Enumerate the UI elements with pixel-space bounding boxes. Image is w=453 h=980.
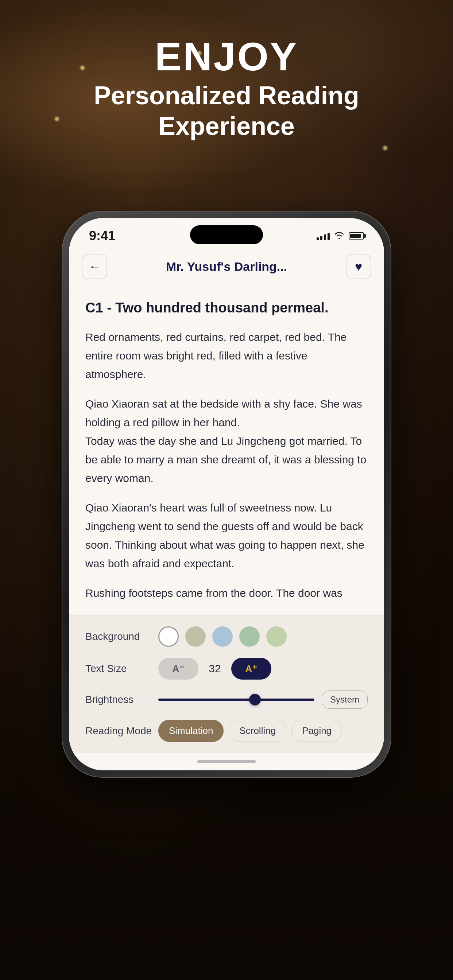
paragraph-3: Qiao Xiaoran's heart was full of sweetne…	[85, 498, 368, 573]
wifi-icon	[334, 231, 344, 242]
phone-bottom	[69, 753, 384, 770]
favorite-button[interactable]: ♥	[346, 254, 371, 279]
hero-section: ENJOY Personalized Reading Experience	[0, 37, 453, 142]
reading-mode-simulation[interactable]: Simulation	[158, 720, 223, 742]
brightness-track	[158, 698, 314, 701]
battery-icon	[349, 232, 364, 240]
reading-content: C1 - Two hundred thousand permeal. Red o…	[69, 286, 384, 615]
background-color-picker	[158, 626, 368, 647]
back-button[interactable]: ←	[82, 254, 107, 279]
text-size-label: Text Size	[85, 663, 158, 675]
background-row: Background	[85, 626, 368, 647]
reading-mode-label: Reading Mode	[85, 725, 158, 737]
navigation-bar: ← Mr. Yusuf's Darling... ♥	[69, 247, 384, 286]
paragraph-2: Qiao Xiaoran sat at the bedside with a s…	[85, 395, 368, 487]
book-title: Mr. Yusuf's Darling...	[107, 259, 346, 274]
brightness-system-button[interactable]: System	[322, 690, 368, 709]
brightness-row: Brightness System	[85, 690, 368, 709]
color-pale-green[interactable]	[266, 626, 287, 647]
brightness-slider[interactable]	[158, 698, 314, 701]
phone-mockup: 9:41	[62, 212, 391, 777]
brightness-thumb	[249, 694, 261, 705]
signal-icon	[317, 232, 330, 240]
settings-panel: Background Text Size A⁻ 32 A	[69, 615, 384, 753]
hero-subtitle: Personalized Reading Experience	[0, 80, 453, 142]
text-size-decrease-button[interactable]: A⁻	[158, 658, 198, 679]
text-size-increase-button[interactable]: A⁺	[231, 658, 271, 679]
color-light-blue[interactable]	[212, 626, 233, 647]
status-icons	[317, 231, 364, 242]
brightness-label: Brightness	[85, 694, 158, 705]
reading-mode-paging[interactable]: Paging	[292, 720, 342, 742]
phone-outer-shell: 9:41	[62, 212, 391, 777]
reading-mode-scrolling[interactable]: Scrolling	[229, 720, 286, 742]
chapter-title: C1 - Two hundred thousand permeal.	[85, 299, 368, 317]
reading-mode-controls: Simulation Scrolling Paging	[158, 720, 368, 742]
color-light-green[interactable]	[239, 626, 260, 647]
home-indicator	[197, 760, 256, 763]
status-time: 9:41	[89, 228, 115, 243]
status-bar: 9:41	[69, 218, 384, 247]
text-size-row: Text Size A⁻ 32 A⁺	[85, 658, 368, 679]
brightness-controls: System	[158, 690, 368, 709]
heart-icon: ♥	[355, 259, 362, 274]
paragraph-1: Red ornaments, red curtains, red carpet,…	[85, 328, 368, 383]
dynamic-island	[190, 225, 263, 244]
reading-mode-row: Reading Mode Simulation Scrolling Paging	[85, 720, 368, 742]
text-size-value: 32	[206, 662, 224, 675]
enjoy-title: ENJOY	[0, 37, 453, 76]
paragraph-4: Rushing footsteps came from the door. Th…	[85, 584, 368, 602]
color-white[interactable]	[158, 626, 179, 647]
background-label: Background	[85, 631, 158, 643]
color-warm-gray[interactable]	[185, 626, 206, 647]
text-size-controls: A⁻ 32 A⁺	[158, 658, 368, 679]
phone-screen: 9:41	[69, 218, 384, 770]
firefly-5	[383, 146, 388, 150]
back-icon: ←	[89, 260, 100, 274]
